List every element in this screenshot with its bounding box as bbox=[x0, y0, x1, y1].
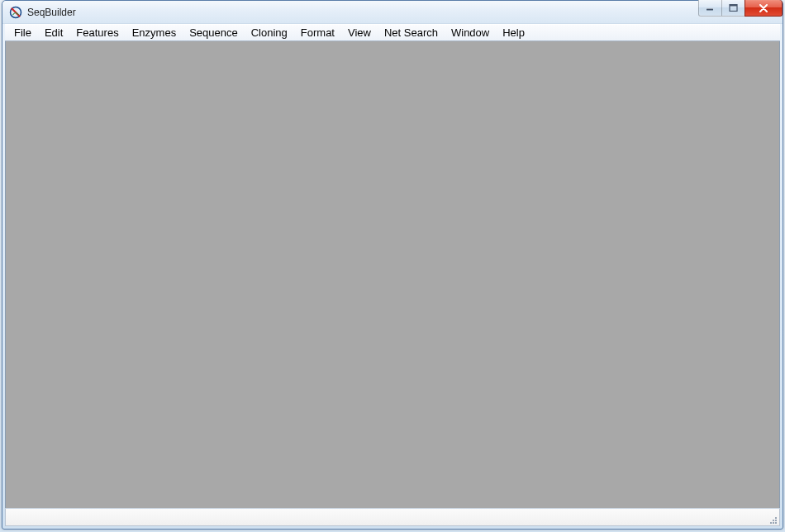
menu-cloning[interactable]: Cloning bbox=[245, 25, 294, 40]
svg-rect-10 bbox=[775, 517, 777, 519]
svg-rect-2 bbox=[706, 8, 713, 9]
svg-rect-8 bbox=[775, 520, 777, 521]
menu-view[interactable]: View bbox=[341, 25, 378, 40]
maximize-button[interactable] bbox=[721, 0, 745, 17]
svg-rect-5 bbox=[775, 522, 777, 524]
svg-rect-7 bbox=[770, 522, 772, 524]
window-title: SeqBuilder bbox=[27, 7, 76, 18]
window-controls bbox=[699, 0, 783, 17]
menu-window[interactable]: Window bbox=[445, 25, 496, 40]
svg-rect-9 bbox=[773, 520, 774, 521]
menu-edit[interactable]: Edit bbox=[38, 25, 69, 40]
titlebar[interactable]: SeqBuilder bbox=[2, 1, 783, 24]
application-window: SeqBuilder File Edit bbox=[2, 0, 783, 530]
menu-format[interactable]: Format bbox=[294, 25, 341, 40]
resize-grip-icon[interactable] bbox=[767, 514, 778, 525]
close-button[interactable] bbox=[745, 0, 783, 17]
svg-rect-4 bbox=[730, 5, 737, 7]
menu-help[interactable]: Help bbox=[496, 25, 531, 40]
menu-features[interactable]: Features bbox=[69, 25, 125, 40]
menu-enzymes[interactable]: Enzymes bbox=[126, 25, 183, 40]
menu-net-search[interactable]: Net Search bbox=[378, 25, 445, 40]
minimize-button[interactable] bbox=[698, 0, 722, 17]
menu-sequence[interactable]: Sequence bbox=[183, 25, 245, 40]
workspace-area bbox=[5, 41, 780, 508]
menu-file[interactable]: File bbox=[7, 25, 38, 40]
menubar: File Edit Features Enzymes Sequence Clon… bbox=[5, 24, 780, 41]
app-icon bbox=[9, 6, 22, 19]
statusbar bbox=[5, 508, 780, 526]
svg-rect-6 bbox=[773, 522, 774, 524]
